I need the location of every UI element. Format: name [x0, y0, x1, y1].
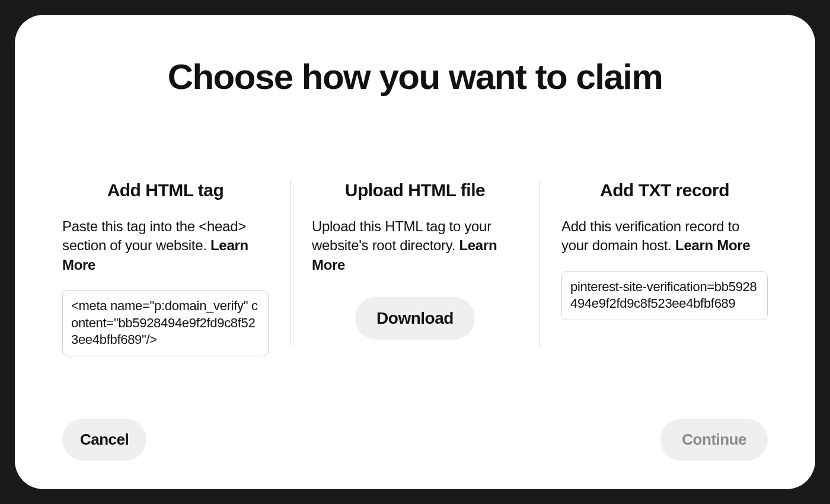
html-tag-code-box[interactable]: <meta name="p:domain_verify" content="bb… — [62, 290, 269, 356]
option-html-file-title: Upload HTML file — [312, 180, 518, 200]
option-html-tag-desc: Paste this tag into the <head> section o… — [62, 217, 269, 275]
modal-footer: Cancel Continue — [62, 401, 768, 461]
claim-method-modal: Choose how you want to claim Add HTML ta… — [15, 15, 815, 489]
option-txt-record-desc: Add this verification record to your dom… — [561, 217, 768, 256]
download-button-wrap: Download — [312, 297, 518, 340]
option-html-file[interactable]: Upload HTML file Upload this HTML tag to… — [290, 180, 540, 401]
modal-title: Choose how you want to claim — [62, 56, 768, 97]
option-html-file-desc: Upload this HTML tag to your website's r… — [312, 217, 518, 275]
continue-button[interactable]: Continue — [660, 419, 768, 461]
cancel-button[interactable]: Cancel — [62, 419, 146, 461]
option-txt-record-title: Add TXT record — [561, 180, 768, 200]
learn-more-link[interactable]: Learn More — [675, 237, 750, 253]
option-html-tag-title: Add HTML tag — [62, 180, 269, 200]
option-txt-record[interactable]: Add TXT record Add this verification rec… — [540, 180, 768, 401]
option-html-tag[interactable]: Add HTML tag Paste this tag into the <he… — [62, 180, 290, 401]
options-row: Add HTML tag Paste this tag into the <he… — [62, 180, 768, 401]
download-button[interactable]: Download — [355, 297, 475, 340]
txt-record-code-box[interactable]: pinterest-site-verification=bb5928494e9f… — [561, 271, 768, 320]
